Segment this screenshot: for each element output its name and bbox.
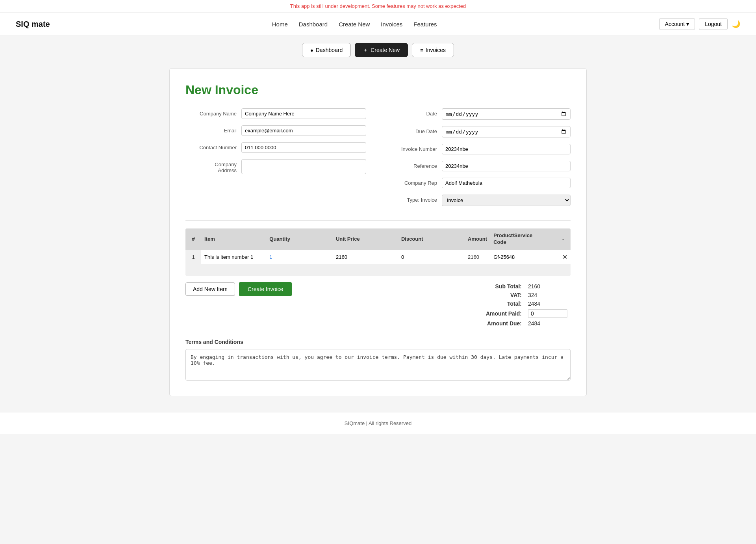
amount-due-label: Amount Due:	[483, 319, 525, 328]
terms-textarea[interactable]: By engaging in transactions with us, you…	[185, 349, 571, 381]
col-unit-price: Unit Price	[333, 228, 398, 250]
contact-group: Contact Number	[185, 142, 366, 153]
amount-paid-label: Amount Paid:	[483, 308, 525, 319]
vat-value: 324	[525, 291, 571, 299]
type-select[interactable]: Invoice Quote Receipt	[442, 195, 571, 206]
nav-dashboard[interactable]: Dashboard	[299, 21, 328, 28]
vat-label: VAT:	[483, 291, 525, 299]
col-num: #	[185, 228, 201, 250]
due-date-input[interactable]	[442, 126, 571, 137]
address-label: CompanyAddress	[185, 159, 237, 173]
date-input[interactable]	[442, 108, 571, 120]
row-product-code	[490, 250, 559, 264]
dev-banner: This app is still under development. Som…	[0, 0, 756, 13]
dark-mode-icon[interactable]: 🌙	[732, 20, 740, 28]
invoice-card: New Invoice Company Name Email Contact N…	[169, 68, 587, 396]
row-discount	[398, 250, 465, 264]
nav-create-new[interactable]: Create New	[339, 21, 370, 28]
col-product-code: Product/ServiceCode	[490, 228, 559, 250]
logout-button[interactable]: Logout	[699, 18, 728, 30]
unit-price-input[interactable]	[336, 253, 395, 261]
account-button[interactable]: Account ▾	[659, 18, 695, 30]
empty-row	[185, 264, 571, 276]
row-unit-price	[333, 250, 398, 264]
navbar-account-area: Account ▾ Logout 🌙	[659, 18, 740, 30]
row-item	[201, 250, 266, 264]
sub-nav: ● Dashboard ＋ Create New ≡ Invoices	[0, 36, 756, 64]
address-input[interactable]	[241, 159, 366, 174]
nav-home[interactable]: Home	[272, 21, 288, 28]
address-group: CompanyAddress	[185, 159, 366, 174]
form-left: Company Name Email Contact Number Compan…	[185, 108, 366, 212]
reference-group: Reference	[390, 161, 571, 171]
contact-input[interactable]	[241, 142, 366, 153]
row-delete: ✕	[559, 250, 571, 264]
company-rep-input[interactable]	[442, 178, 571, 188]
total-label: Total:	[483, 299, 525, 308]
nav-invoices[interactable]: Invoices	[381, 21, 402, 28]
invoice-number-group: Invoice Number	[390, 144, 571, 154]
plus-icon: ＋	[363, 46, 368, 54]
contact-label: Contact Number	[185, 142, 237, 150]
subtotal-label: Sub Total:	[483, 282, 525, 291]
invoice-number-label: Invoice Number	[390, 144, 437, 152]
invoice-number-input[interactable]	[442, 144, 571, 154]
company-name-group: Company Name	[185, 108, 366, 119]
email-input[interactable]	[241, 125, 366, 136]
terms-label: Terms and Conditions	[185, 339, 571, 345]
tab-dashboard[interactable]: ● Dashboard	[302, 43, 351, 57]
divider	[185, 220, 571, 221]
discount-input[interactable]	[401, 253, 461, 261]
row-num: 1	[185, 250, 201, 264]
tab-invoices[interactable]: ≡ Invoices	[412, 43, 454, 57]
due-date-group: Due Date	[390, 126, 571, 137]
tab-create-new[interactable]: ＋ Create New	[355, 43, 408, 57]
table-row: 1 2160	[185, 250, 571, 264]
row-amount: 2160	[465, 250, 490, 264]
footer-text: SIQmate | All rights Reserved	[345, 420, 411, 426]
action-buttons: Add New Item Create Invoice	[185, 282, 292, 296]
dashboard-icon: ●	[310, 47, 313, 53]
reference-input[interactable]	[442, 161, 571, 171]
company-rep-group: Company Rep	[390, 178, 571, 188]
company-rep-label: Company Rep	[390, 178, 437, 186]
company-name-input[interactable]	[241, 108, 366, 119]
invoice-title: New Invoice	[185, 83, 571, 97]
quantity-input[interactable]	[269, 253, 330, 261]
col-discount: Discount	[398, 228, 465, 250]
add-new-item-button[interactable]: Add New Item	[185, 282, 235, 296]
form-right: Date Due Date Invoice Number Reference C…	[390, 108, 571, 212]
main-container: New Invoice Company Name Email Contact N…	[161, 68, 595, 396]
col-item: Item	[201, 228, 266, 250]
nav-links: Home Dashboard Create New Invoices Featu…	[272, 21, 437, 28]
date-group: Date	[390, 108, 571, 120]
table-header: # Item Quantity Unit Price Discount Amou…	[185, 228, 571, 250]
type-group: Type: Invoice Invoice Quote Receipt	[390, 195, 571, 206]
amount-due-row: Amount Due: 2484	[483, 319, 571, 328]
type-label: Type: Invoice	[390, 195, 437, 203]
amount-due-value: 2484	[525, 319, 571, 328]
nav-features[interactable]: Features	[413, 21, 437, 28]
delete-row-button[interactable]: ✕	[562, 253, 567, 261]
vat-row: VAT: 324	[483, 291, 571, 299]
amount-paid-cell	[525, 308, 571, 319]
table-body: 1 2160	[185, 250, 571, 276]
col-quantity: Quantity	[266, 228, 333, 250]
item-name-input[interactable]	[204, 253, 263, 261]
email-label: Email	[185, 125, 237, 134]
brand-logo: SIQ mate	[16, 20, 50, 29]
footer: SIQmate | All rights Reserved	[0, 412, 756, 434]
create-invoice-button[interactable]: Create Invoice	[239, 282, 292, 296]
items-table: # Item Quantity Unit Price Discount Amou…	[185, 228, 571, 276]
navbar: SIQ mate Home Dashboard Create New Invoi…	[0, 13, 756, 36]
amount-paid-input[interactable]	[528, 309, 567, 318]
reference-label: Reference	[390, 161, 437, 169]
product-code-input[interactable]	[493, 253, 556, 261]
company-name-label: Company Name	[185, 108, 237, 117]
subtotal-row: Sub Total: 2160	[483, 282, 571, 291]
invoices-icon: ≡	[420, 47, 423, 53]
subtotal-value: 2160	[525, 282, 571, 291]
form-section: Company Name Email Contact Number Compan…	[185, 108, 571, 212]
col-amount: Amount	[465, 228, 490, 250]
terms-section: Terms and Conditions By engaging in tran…	[185, 339, 571, 382]
